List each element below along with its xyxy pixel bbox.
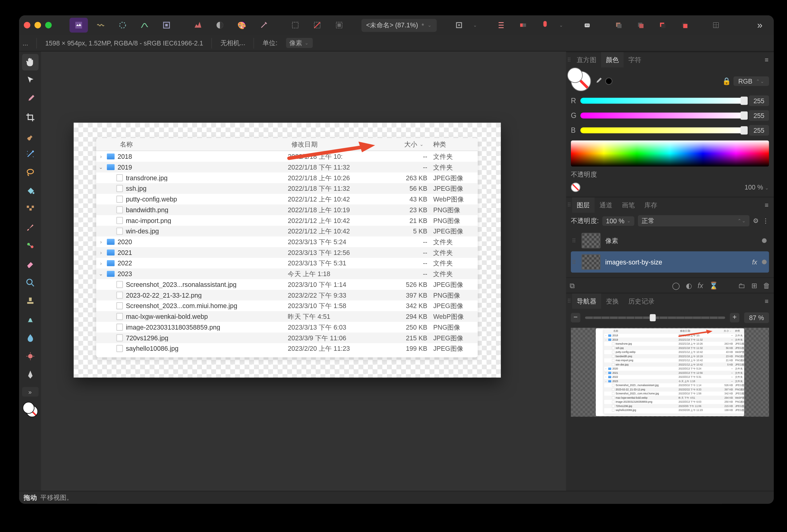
tab-transform[interactable]: 变换 (601, 293, 623, 309)
finder-row[interactable]: 720vs1296.jpg2023/3/9 下午 11:06215 KBJPEG… (96, 333, 478, 343)
chevron-small-icon[interactable]: ⌄ (558, 18, 565, 32)
kebab-icon[interactable]: ⋮ (762, 217, 769, 224)
column-header-size[interactable]: 大小⌄ (717, 329, 733, 332)
gear-icon[interactable]: ⚙ (753, 217, 759, 224)
column-header-size[interactable]: 大小⌄ (386, 140, 427, 149)
blue-slider[interactable] (580, 128, 745, 133)
toolbar-overflow-icon[interactable]: » (751, 18, 769, 32)
brush-tool[interactable] (22, 219, 38, 236)
snap-icon[interactable] (535, 18, 554, 32)
finder-row[interactable]: 2023-02-22_21-33-12.png2023/2/22 下午 9:33… (96, 290, 478, 301)
finder-row[interactable]: ssh.jpg2022/1/18 下午 11:3256 KBJPEG图像 (604, 346, 744, 350)
finder-row[interactable]: Screenshot_2023...rsonalassistant.jpg202… (604, 383, 744, 387)
assistant-icon[interactable] (578, 18, 596, 32)
layer-new-icon[interactable]: ⊞ (751, 281, 757, 290)
column-header-name[interactable]: 名称 (604, 329, 679, 332)
persona-export-icon[interactable] (157, 18, 176, 32)
finder-row[interactable]: Screenshot_2023...com.miui.home.jpg2023/… (96, 301, 478, 311)
color-picker-tool[interactable] (22, 91, 38, 107)
crop-tool[interactable] (22, 109, 38, 126)
finder-row[interactable]: mac-import.png2022/1/12 上午 10:4221 KBPNG… (604, 358, 744, 363)
layer-clip-icon[interactable]: ⌛ (709, 281, 718, 290)
tab-navigator[interactable]: 导航器 (572, 293, 601, 309)
arrange-icon[interactable] (514, 18, 532, 32)
finder-row[interactable]: mac-lxgw-wenkai-bold.webp昨天 下午 4:51294 K… (96, 311, 478, 322)
finder-row[interactable]: ›20222023/3/13 下午 5:31--文件夹 (96, 258, 478, 268)
blend-mode-select[interactable]: 正常⌃⌄ (638, 215, 749, 226)
stack-4-icon[interactable] (675, 18, 694, 32)
stack-1-icon[interactable] (609, 18, 628, 32)
finder-row[interactable]: transdrone.jpg2022/1/18 上午 10:26263 KBJP… (96, 172, 478, 183)
pen-tool[interactable] (22, 367, 38, 383)
blur-tool[interactable] (22, 330, 38, 346)
stack-2-icon[interactable] (631, 18, 650, 32)
navigator-preview[interactable]: 名称 修改日期 大小⌄ 种类 ›20182022/1/18 上午 10:--文件… (571, 328, 769, 417)
finder-row[interactable]: putty-config.webp2022/1/12 上午 10:4243 KB… (96, 194, 478, 204)
finder-row[interactable]: image-20230313180358859.png2023/3/13 下午 … (96, 322, 478, 333)
hsl-icon[interactable]: 🎨 (233, 18, 251, 32)
tab-histogram[interactable]: 直方图 (572, 52, 601, 68)
stamp-tool[interactable] (22, 293, 38, 309)
panel-grip-icon[interactable]: ⠿ (567, 298, 572, 304)
finder-row[interactable]: ›20212023/3/13 下午 12:56--文件夹 (604, 371, 744, 375)
persona-photo-icon[interactable] (69, 18, 88, 32)
tab-layers[interactable]: 图层 (572, 198, 595, 213)
finder-row[interactable]: ›20202023/3/13 下午 5:24--文件夹 (604, 367, 744, 371)
document-title[interactable]: <未命名> (87.1%) * ⌄ (362, 19, 437, 31)
layer-visibility-icon[interactable] (762, 260, 766, 264)
smudge-tool[interactable] (22, 311, 38, 328)
align-icon[interactable] (492, 18, 510, 32)
no-color-icon[interactable] (571, 182, 580, 192)
finder-row[interactable]: putty-config.webp2022/1/12 上午 10:4243 KB… (604, 350, 744, 354)
erase-tool[interactable] (22, 256, 38, 273)
green-value[interactable]: 255 (749, 110, 769, 121)
column-header-kind[interactable]: 种类 (733, 329, 744, 332)
layer-folder-icon[interactable]: 🗀 (738, 281, 745, 290)
column-header-kind[interactable]: 种类 (427, 140, 478, 149)
spectrum-picker[interactable] (571, 140, 769, 167)
context-more[interactable]: ... (23, 39, 28, 46)
zoom-out-button[interactable]: − (571, 313, 580, 323)
panel-grip-icon[interactable]: ⠿ (567, 202, 572, 208)
traffic-max-icon[interactable] (45, 22, 52, 28)
eyedropper-icon[interactable] (593, 76, 603, 86)
selection-brush-tool[interactable] (22, 128, 38, 144)
finder-row[interactable]: bandwidth.png2022/1/18 上午 10:1923 KBPNG图… (604, 354, 744, 358)
finder-row[interactable]: ›20202023/3/13 下午 5:24--文件夹 (96, 237, 478, 247)
tab-stock[interactable]: 库存 (640, 198, 662, 213)
finder-row[interactable]: ⌄2023今天 上午 1:18--文件夹 (96, 268, 478, 279)
levels-icon[interactable] (189, 18, 207, 32)
grid-icon[interactable] (706, 18, 725, 32)
zoom-value[interactable]: 87 % (744, 312, 769, 323)
layer-link-icon[interactable]: ⧉ (570, 281, 575, 290)
wand-icon[interactable] (255, 18, 273, 32)
panel-menu-icon[interactable]: ≡ (760, 201, 774, 208)
chevron-small-icon[interactable]: ⌄ (472, 18, 478, 32)
traffic-close-icon[interactable] (24, 22, 30, 28)
canvas[interactable]: 名称 修改日期 大小⌄ 种类 ›20182022/1/18 上午 10:--文件… (41, 51, 566, 491)
magic-wand-tool[interactable] (22, 146, 38, 162)
color-swatch[interactable] (571, 71, 591, 91)
finder-row[interactable]: ›20212023/3/13 下午 12:56--文件夹 (96, 247, 478, 258)
flood-fill-tool[interactable] (22, 182, 38, 199)
finder-row[interactable]: Screenshot_2023...rsonalassistant.jpg202… (96, 279, 478, 290)
invert-icon[interactable] (211, 18, 229, 32)
stack-3-icon[interactable] (653, 18, 672, 32)
layer-row[interactable]: ⠿像素 (571, 230, 769, 251)
hand-tool[interactable] (22, 54, 38, 70)
foreground-background-swatch[interactable] (22, 402, 38, 417)
column-header-date[interactable]: 修改日期 (679, 329, 717, 332)
finder-row[interactable]: ssh.jpg2022/1/18 下午 11:3256 KBJPEG图像 (96, 183, 478, 194)
finder-row[interactable]: image-20230313180358859.png2023/3/13 下午 … (604, 400, 744, 404)
red-slider[interactable] (580, 98, 745, 104)
opacity-value[interactable]: 100 % ⌄ (745, 184, 769, 191)
red-value[interactable]: 255 (749, 95, 769, 106)
panel-grip-icon[interactable]: ⠿ (567, 57, 572, 63)
layer-opacity-value[interactable]: 100 %⌄ (602, 216, 635, 225)
layer-visibility-icon[interactable] (762, 238, 766, 243)
layer-row[interactable]: ⠿images-sort-by-sizefx (571, 251, 769, 272)
recent-color-icon[interactable] (605, 78, 612, 85)
tab-brushes[interactable]: 画笔 (617, 198, 639, 213)
persona-liquify-icon[interactable] (91, 18, 110, 32)
persona-develop-icon[interactable] (113, 18, 132, 32)
